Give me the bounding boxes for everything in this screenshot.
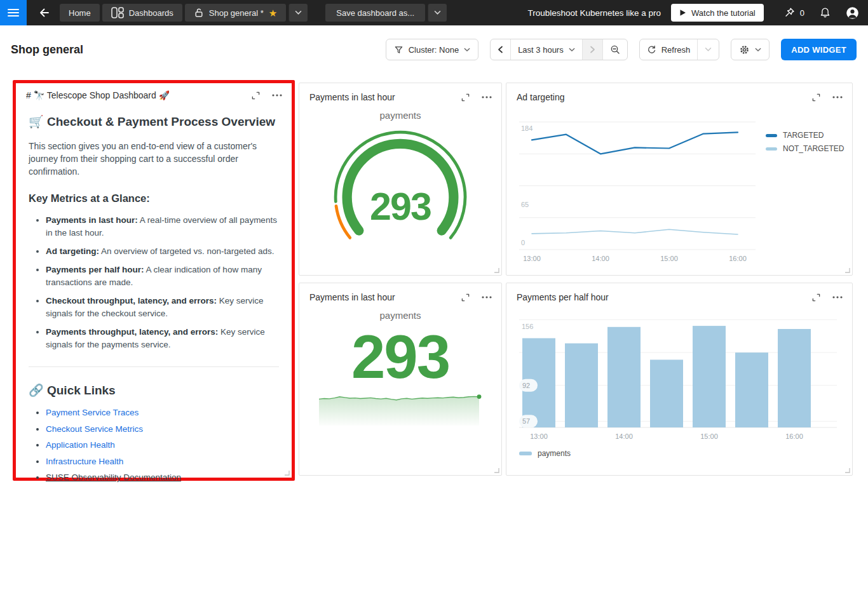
chevron-down-icon bbox=[705, 47, 712, 52]
zoom-out-icon bbox=[610, 44, 620, 55]
chevron-left-icon bbox=[498, 46, 503, 53]
time-forward-button[interactable] bbox=[582, 39, 602, 60]
quick-link-item: Infrastructure Health bbox=[46, 457, 279, 467]
dashboards-grid-icon bbox=[111, 7, 124, 18]
svg-text:15:00: 15:00 bbox=[660, 255, 678, 262]
gauge-chart: 293 bbox=[309, 123, 491, 252]
play-icon bbox=[679, 9, 686, 17]
watch-tutorial-label: Watch the tutorial bbox=[691, 8, 756, 18]
save-dashboard-menu-button[interactable] bbox=[428, 4, 447, 22]
metrics-list: Payments in last hour: A real-time overv… bbox=[29, 214, 279, 351]
notifications-button[interactable] bbox=[820, 7, 831, 18]
quick-link-item: SUSE Observability Documentation bbox=[46, 473, 279, 483]
time-zoom-out-button[interactable] bbox=[602, 39, 627, 60]
cluster-filter-label: Cluster: None bbox=[409, 45, 459, 55]
quick-link[interactable]: Checkout Service Metrics bbox=[46, 424, 143, 434]
metric-item: Ad targeting: An overview of targeted vs… bbox=[46, 245, 279, 258]
page-header: Shop general Cluster: None Last 3 hours bbox=[0, 25, 868, 74]
chevron-down-icon bbox=[295, 10, 302, 15]
filter-icon bbox=[394, 45, 403, 55]
legend-label: NOT_TARGETED bbox=[783, 144, 844, 153]
svg-text:156: 156 bbox=[522, 323, 533, 330]
payments-bar-widget: Payments per half hour 156925713:0014:00… bbox=[506, 283, 853, 476]
quick-links-list: Payment Service TracesCheckout Service M… bbox=[29, 408, 279, 483]
legend-item[interactable]: TARGETED bbox=[766, 131, 844, 140]
quick-link[interactable]: SUSE Observability Documentation bbox=[46, 473, 181, 482]
ellipsis-icon bbox=[832, 296, 843, 298]
svg-text:16:00: 16:00 bbox=[785, 433, 803, 440]
widget-menu-button[interactable] bbox=[481, 91, 492, 103]
widget-menu-button[interactable] bbox=[481, 292, 492, 303]
chevron-down-icon bbox=[434, 10, 441, 15]
ellipsis-icon bbox=[482, 96, 492, 98]
widget-menu-button[interactable] bbox=[832, 91, 843, 103]
main-menu-button[interactable] bbox=[0, 0, 27, 25]
legend-label: payments bbox=[538, 449, 571, 458]
widget-title: Payments in last hour bbox=[309, 292, 395, 302]
quick-link[interactable]: Infrastructure Health bbox=[46, 457, 123, 466]
add-widget-button[interactable]: ADD WIDGET bbox=[781, 39, 857, 60]
metric-item: Payments in last hour: A real-time overv… bbox=[46, 214, 279, 239]
tab-home[interactable]: Home bbox=[60, 4, 100, 22]
tab-dashboards-label: Dashboards bbox=[129, 8, 173, 18]
unlock-icon bbox=[194, 8, 204, 18]
refresh-button[interactable]: Refresh bbox=[640, 39, 698, 60]
expand-widget-button[interactable] bbox=[250, 90, 261, 101]
quick-link-item: Payment Service Traces bbox=[46, 408, 279, 418]
expand-widget-button[interactable] bbox=[810, 91, 822, 103]
pinned-items-button[interactable]: 0 bbox=[784, 7, 804, 18]
expand-widget-button[interactable] bbox=[459, 91, 471, 103]
quick-link[interactable]: Payment Service Traces bbox=[46, 408, 139, 417]
svg-text:13:00: 13:00 bbox=[523, 255, 541, 262]
metric-item: Payments per half hour: A clear indicati… bbox=[46, 264, 279, 289]
time-range-button[interactable]: Last 3 hours bbox=[510, 39, 582, 60]
user-avatar[interactable] bbox=[846, 6, 859, 20]
ellipsis-icon bbox=[272, 94, 282, 97]
avatar-icon bbox=[846, 6, 859, 20]
expand-icon bbox=[812, 293, 820, 302]
payments-number-widget: Payments in last hour payments 293 bbox=[299, 283, 502, 476]
tab-dashboards[interactable]: Dashboards bbox=[102, 4, 182, 22]
legend-swatch bbox=[766, 134, 777, 137]
markdown-intro: This section gives you an end-to-end vie… bbox=[29, 140, 279, 178]
back-button[interactable] bbox=[36, 4, 52, 21]
svg-text:16:00: 16:00 bbox=[729, 255, 747, 262]
resize-handle-icon[interactable] bbox=[284, 470, 290, 476]
dashboard-settings-button[interactable] bbox=[731, 39, 770, 60]
refresh-icon bbox=[647, 45, 656, 55]
resize-handle-icon[interactable] bbox=[844, 267, 850, 273]
pin-count: 0 bbox=[800, 8, 804, 18]
widget-menu-button[interactable] bbox=[271, 90, 283, 101]
save-dashboard-as-button[interactable]: Save dashboard as... bbox=[325, 4, 425, 22]
tab-current-label: Shop general * bbox=[209, 8, 264, 18]
widget-menu-button[interactable] bbox=[832, 292, 843, 303]
legend-swatch bbox=[519, 452, 532, 455]
current-dashboard-menu-button[interactable] bbox=[288, 4, 308, 22]
quick-link[interactable]: Application Health bbox=[46, 440, 115, 450]
watch-tutorial-button[interactable]: Watch the tutorial bbox=[671, 4, 764, 22]
time-back-button[interactable] bbox=[491, 39, 510, 60]
chart-legend: TARGETEDNOT_TARGETED bbox=[766, 131, 844, 265]
refresh-interval-button[interactable] bbox=[697, 39, 719, 60]
expand-widget-button[interactable] bbox=[459, 292, 471, 303]
metric-item: Checkout throughput, latency, and errors… bbox=[46, 295, 279, 320]
refresh-control: Refresh bbox=[639, 39, 720, 60]
expand-widget-button[interactable] bbox=[810, 292, 822, 303]
widget-title: Ad targeting bbox=[517, 92, 565, 102]
favorite-star-icon[interactable]: ★ bbox=[269, 8, 277, 18]
svg-text:14:00: 14:00 bbox=[615, 433, 633, 440]
resize-handle-icon[interactable] bbox=[494, 267, 499, 273]
cluster-filter-button[interactable]: Cluster: None bbox=[386, 39, 478, 60]
svg-text:65: 65 bbox=[521, 201, 529, 208]
dashboard-toolbar: Cluster: None Last 3 hours bbox=[386, 39, 857, 60]
resize-handle-icon[interactable] bbox=[844, 467, 850, 473]
tab-current-dashboard[interactable]: Shop general * ★ bbox=[185, 4, 286, 22]
metric-label: payments bbox=[299, 110, 501, 121]
chevron-down-icon bbox=[464, 48, 470, 52]
time-range-label: Last 3 hours bbox=[518, 45, 564, 55]
chart-legend[interactable]: payments bbox=[519, 449, 852, 458]
refresh-label: Refresh bbox=[661, 45, 691, 55]
svg-text:15:00: 15:00 bbox=[700, 433, 718, 440]
resize-handle-icon[interactable] bbox=[494, 467, 499, 473]
legend-item[interactable]: NOT_TARGETED bbox=[766, 144, 844, 153]
